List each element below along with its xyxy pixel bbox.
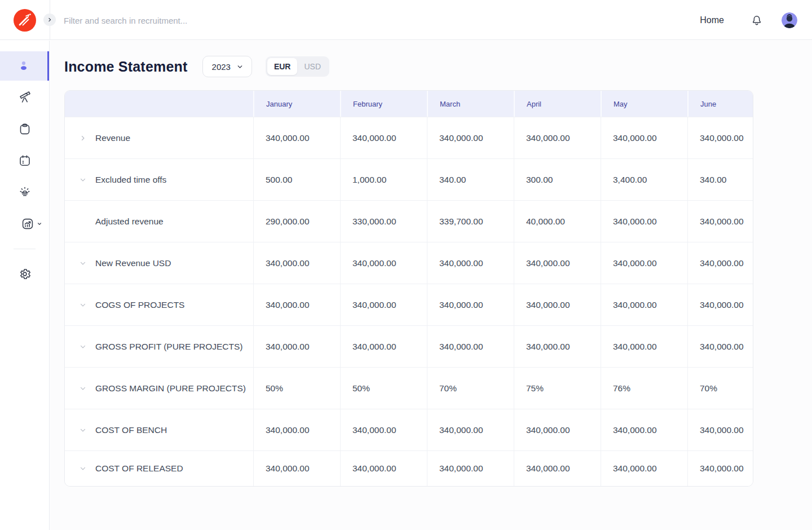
value-cell: 340,000.00 bbox=[687, 284, 753, 325]
app-logo[interactable] bbox=[14, 9, 36, 32]
chevron-down-icon[interactable] bbox=[79, 385, 87, 392]
sidebar-item-people[interactable] bbox=[0, 51, 49, 81]
value-cell: 70% bbox=[687, 368, 753, 409]
row-label-cell: Excluded time offs bbox=[65, 159, 253, 200]
value-cell: 340,000.00 bbox=[427, 284, 514, 325]
table-body: Revenue340,000.00340,000.00340,000.00340… bbox=[65, 117, 753, 486]
sidebar-item-calendar[interactable] bbox=[0, 146, 49, 175]
row-label: COST OF BENCH bbox=[95, 425, 167, 435]
table-row[interactable]: COST OF BENCH340,000.00340,000.00340,000… bbox=[65, 409, 753, 450]
chevron-down-icon[interactable] bbox=[79, 176, 87, 184]
sidebar-item-telescope[interactable] bbox=[0, 83, 49, 112]
value-cell: 340,000.00 bbox=[601, 409, 687, 450]
row-label: GROSS MARGIN (PURE PROJECTS) bbox=[95, 383, 246, 394]
user-icon bbox=[17, 59, 30, 73]
table-header-january: January bbox=[253, 91, 340, 117]
sidebar-item-sunrise[interactable] bbox=[0, 178, 49, 207]
row-label-cell: COST OF RELEASED bbox=[65, 451, 253, 486]
search-input[interactable] bbox=[64, 12, 379, 29]
value-cell: 340,000.00 bbox=[601, 117, 687, 158]
table-header-june: June bbox=[687, 91, 753, 117]
value-cell: 340,000.00 bbox=[601, 242, 687, 284]
table-row[interactable]: COST OF RELEASED340,000.00340,000.00340,… bbox=[65, 450, 753, 486]
year-select[interactable]: 2023 bbox=[202, 56, 252, 77]
row-label-cell: GROSS MARGIN (PURE PROJECTS) bbox=[65, 368, 253, 409]
value-cell: 340,000.00 bbox=[427, 242, 514, 284]
bell-icon[interactable] bbox=[751, 14, 763, 26]
chevron-down-icon[interactable] bbox=[79, 259, 87, 267]
row-label-cell: COGS OF PROJECTS bbox=[65, 284, 253, 325]
chevron-down-icon[interactable] bbox=[79, 465, 87, 472]
row-label-cell: COST OF BENCH bbox=[65, 409, 253, 450]
row-label: Revenue bbox=[95, 133, 130, 143]
value-cell: 340,000.00 bbox=[253, 117, 340, 158]
value-cell: 340,000.00 bbox=[601, 326, 687, 367]
value-cell: 340,000.00 bbox=[687, 451, 753, 486]
row-label: COGS OF PROJECTS bbox=[95, 300, 184, 310]
topbar-right: Home bbox=[700, 0, 797, 40]
value-cell: 340,000.00 bbox=[253, 451, 340, 486]
currency-option-eur[interactable]: EUR bbox=[267, 58, 298, 75]
chevron-down-icon bbox=[236, 63, 244, 70]
sidebar-item-analytics[interactable] bbox=[0, 209, 49, 238]
row-label: COST OF RELEASED bbox=[95, 463, 183, 474]
table-row[interactable]: Revenue340,000.00340,000.00340,000.00340… bbox=[65, 117, 753, 158]
value-cell: 340,000.00 bbox=[687, 242, 753, 284]
value-cell: 340,000.00 bbox=[514, 242, 601, 284]
value-cell: 340,000.00 bbox=[514, 117, 601, 158]
page-header: Income Statement 2023 EUR USD bbox=[50, 41, 812, 78]
row-label: New Revenue USD bbox=[95, 258, 171, 268]
sidebar-divider bbox=[14, 249, 36, 249]
value-cell: 340,000.00 bbox=[514, 326, 601, 367]
table-header-april: April bbox=[514, 91, 601, 117]
value-cell: 340,000.00 bbox=[340, 242, 427, 284]
page-title: Income Statement bbox=[64, 59, 188, 75]
table-header-may: May bbox=[601, 91, 687, 117]
value-cell: 75% bbox=[514, 368, 601, 409]
value-cell: 340,000.00 bbox=[427, 409, 514, 450]
value-cell: 340,000.00 bbox=[601, 201, 687, 242]
chevron-down-icon[interactable] bbox=[79, 301, 87, 309]
value-cell: 76% bbox=[601, 368, 687, 409]
row-label: GROSS PROFIT (PURE PROJECTS) bbox=[95, 342, 243, 352]
value-cell: 340,000.00 bbox=[253, 326, 340, 367]
currency-toggle: EUR USD bbox=[266, 56, 329, 77]
chevron-down-icon[interactable] bbox=[79, 426, 87, 434]
table-header-row: JanuaryFebruaryMarchAprilMayJune bbox=[65, 91, 753, 117]
value-cell: 340.00 bbox=[427, 159, 514, 200]
value-cell: 50% bbox=[340, 368, 427, 409]
table-row[interactable]: New Revenue USD340,000.00340,000.00340,0… bbox=[65, 242, 753, 284]
value-cell: 340,000.00 bbox=[340, 284, 427, 325]
table-header-february: February bbox=[340, 91, 427, 117]
gear-icon bbox=[18, 267, 32, 281]
year-select-value: 2023 bbox=[212, 62, 231, 72]
home-link[interactable]: Home bbox=[700, 15, 724, 25]
sidebar-item-clipboard[interactable] bbox=[0, 114, 49, 144]
value-cell: 340,000.00 bbox=[601, 451, 687, 486]
table-row[interactable]: Adjusted revenue290,000.00330,000.00339,… bbox=[65, 200, 753, 242]
table-header-label-column bbox=[65, 91, 253, 117]
value-cell: 40,000.00 bbox=[514, 201, 601, 242]
value-cell: 340,000.00 bbox=[687, 409, 753, 450]
calendar-icon bbox=[18, 154, 32, 167]
value-cell: 50% bbox=[253, 368, 340, 409]
sidebar-item-settings[interactable] bbox=[0, 259, 49, 289]
table-row[interactable]: COGS OF PROJECTS340,000.00340,000.00340,… bbox=[65, 284, 753, 325]
value-cell: 340.00 bbox=[687, 159, 753, 200]
value-cell: 340,000.00 bbox=[687, 326, 753, 367]
rocket-logo-icon bbox=[14, 9, 36, 32]
table-row[interactable]: Excluded time offs500.001,000.00340.0030… bbox=[65, 158, 753, 200]
analytics-chart-icon bbox=[21, 217, 34, 231]
table-row[interactable]: GROSS MARGIN (PURE PROJECTS)50%50%70%75%… bbox=[65, 367, 753, 409]
value-cell: 330,000.00 bbox=[340, 201, 427, 242]
row-label-cell: GROSS PROFIT (PURE PROJECTS) bbox=[65, 326, 253, 367]
value-cell: 340,000.00 bbox=[687, 117, 753, 158]
value-cell: 340,000.00 bbox=[427, 451, 514, 486]
sidebar-collapse-button[interactable] bbox=[43, 14, 56, 26]
chevron-right-icon[interactable] bbox=[79, 134, 87, 142]
chevron-down-icon[interactable] bbox=[79, 343, 87, 351]
value-cell: 340,000.00 bbox=[427, 326, 514, 367]
table-row[interactable]: GROSS PROFIT (PURE PROJECTS)340,000.0034… bbox=[65, 325, 753, 367]
user-avatar[interactable] bbox=[782, 12, 797, 28]
currency-option-usd[interactable]: USD bbox=[297, 58, 328, 75]
